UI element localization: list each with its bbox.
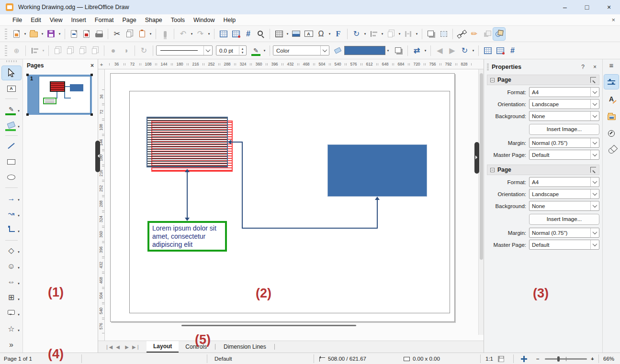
callouts-tool[interactable] (2, 307, 21, 320)
selection-handle[interactable] (90, 74, 93, 76)
layer-tab-layout[interactable]: Layout (147, 341, 179, 353)
format-select-2[interactable]: A4 (529, 177, 599, 187)
insert-textbox-button[interactable]: A (303, 28, 315, 40)
insert-table-button[interactable] (273, 28, 285, 40)
green-text-box[interactable]: Lorem ipsum dolor sit amet, consectetur … (147, 221, 227, 252)
connector-arrows-dropdown[interactable] (423, 49, 428, 53)
dialog-launcher-icon[interactable] (590, 77, 596, 83)
dialog-launcher-icon-2[interactable] (590, 167, 596, 173)
margin-select-2[interactable]: Normal (0.75") (529, 228, 599, 238)
master-page-select-2[interactable]: Default (529, 240, 599, 250)
curves-dropdown[interactable] (17, 214, 21, 218)
menu-item-insert[interactable]: Insert (67, 15, 90, 25)
line-width-value[interactable]: 0.0 pt (219, 48, 233, 54)
insert-image-button[interactable] (290, 28, 302, 40)
master-page-select[interactable]: Default (529, 150, 599, 160)
zoom-percent-status[interactable]: 66% (603, 353, 614, 364)
align-dropdown[interactable] (380, 32, 384, 36)
zoom-slider[interactable] (545, 353, 587, 364)
block-arrows-dropdown[interactable] (17, 282, 21, 286)
open-button[interactable] (28, 28, 40, 40)
flowchart-tool[interactable]: ⊞ (2, 291, 21, 305)
orientation-select[interactable]: Landscape (529, 99, 599, 109)
align-button-2[interactable] (29, 44, 41, 57)
send-to-back-button[interactable] (89, 44, 101, 57)
first-page-button[interactable]: ❘◀ (105, 344, 113, 350)
page-section-header[interactable]: Page (487, 75, 599, 85)
tab-properties[interactable] (604, 75, 619, 89)
scale-status[interactable]: 1:1 (485, 353, 493, 364)
fill-style-chevron[interactable] (320, 46, 329, 55)
lines-arrows-dropdown[interactable] (17, 198, 21, 202)
line-color-tool[interactable]: ✎ (2, 102, 21, 116)
connector-seg-h2[interactable] (242, 228, 378, 229)
minimize-button[interactable]: – (554, 0, 576, 14)
insert-image-button-sidebar-2[interactable]: Insert Image... (529, 214, 599, 225)
line-color-tool-dropdown[interactable] (17, 109, 21, 113)
page-section-header-2[interactable]: Page (487, 165, 599, 175)
connector-seg-h1[interactable] (231, 142, 242, 143)
cursor-position-status[interactable]: 508.00 / 621.67 (319, 353, 366, 364)
menu-item-window[interactable]: Window (189, 15, 219, 25)
fill-style-select[interactable]: Color (273, 45, 329, 55)
cut-button[interactable]: ✂ (111, 28, 123, 40)
fontwork-button[interactable]: F (332, 28, 344, 40)
toolbar-grip-2[interactable] (5, 45, 7, 56)
transformations-dropdown-2[interactable] (471, 49, 475, 53)
toolbar-overflow[interactable]: » (2, 338, 21, 352)
layer-tab-dimension-lines[interactable]: Dimension Lines (217, 342, 273, 352)
selection-handle[interactable] (26, 113, 29, 116)
new-document-button[interactable] (11, 28, 23, 40)
edit-points-button[interactable] (456, 28, 468, 40)
transformations-button[interactable]: ↻ (350, 28, 362, 40)
last-page-button[interactable]: ▶❘ (132, 344, 140, 350)
open-dropdown[interactable] (40, 32, 45, 36)
table-dropdown[interactable] (285, 32, 290, 36)
lines-and-arrows-tool[interactable]: → (2, 191, 21, 205)
paste-button[interactable] (136, 28, 148, 40)
insert-line-tool[interactable] (2, 139, 21, 153)
undo-dropdown[interactable] (190, 32, 194, 36)
transformations-button-2[interactable]: ↻ (459, 44, 471, 57)
bring-to-front-button[interactable] (52, 44, 64, 57)
helplines-button[interactable]: # (242, 28, 254, 40)
flowchart-dropdown[interactable] (17, 298, 21, 301)
menu-item-help[interactable]: Help (219, 15, 240, 25)
document-modified-status[interactable] (498, 353, 504, 364)
basic-shapes-dropdown[interactable] (17, 250, 21, 254)
tab-gallery[interactable] (604, 109, 619, 123)
clone-formatting-button[interactable] (159, 28, 171, 40)
menu-item-view[interactable]: View (45, 15, 67, 25)
fill-color-dropdown[interactable] (386, 49, 390, 53)
hide-left-panel-handle[interactable] (95, 141, 100, 172)
fill-color-swatch[interactable] (344, 46, 385, 55)
sidebar-grip[interactable] (487, 64, 489, 70)
shadow-button-2[interactable] (393, 44, 405, 57)
format-select[interactable]: A4 (529, 87, 599, 97)
block-arrows-tool[interactable]: ⇔ (2, 275, 21, 289)
save-button[interactable] (45, 28, 57, 40)
position-size-button[interactable]: ⊕ (11, 44, 23, 57)
zoom-out-button[interactable]: – (536, 353, 539, 364)
align-objects-button[interactable] (368, 28, 380, 40)
connectors-tool[interactable] (2, 223, 21, 237)
arrange-button[interactable] (385, 28, 397, 40)
fill-style-value[interactable]: Color (276, 48, 289, 54)
close-document-icon[interactable]: × (611, 16, 615, 23)
undo-button[interactable]: ↶ (177, 28, 189, 40)
flip-vertical-button[interactable]: ◀ (434, 44, 446, 57)
insert-textbox-tool[interactable]: A (2, 82, 21, 96)
ellipse-tool[interactable] (2, 170, 21, 184)
display-grid-button[interactable] (217, 28, 229, 40)
sidebar-menu-icon[interactable]: ≡ (609, 61, 614, 69)
blue-rectangle[interactable] (327, 144, 427, 197)
collapse-icon[interactable] (490, 78, 495, 82)
fill-tool-button[interactable] (332, 44, 344, 57)
rotate-button[interactable]: ↻ (138, 44, 150, 57)
collapse-icon-2[interactable] (490, 168, 495, 172)
menu-item-shape[interactable]: Shape (141, 15, 167, 25)
previous-page-button[interactable]: ◀ (114, 344, 122, 350)
export-button[interactable] (68, 28, 80, 40)
line-style-chevron[interactable] (203, 46, 212, 55)
zoom-slider-thumb[interactable] (557, 356, 560, 362)
